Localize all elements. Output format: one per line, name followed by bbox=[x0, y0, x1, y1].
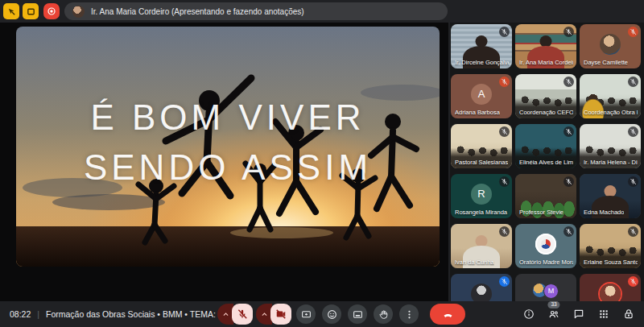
mic-off-icon bbox=[565, 228, 572, 235]
mic-off-badge bbox=[564, 27, 574, 37]
participant-tile[interactable]: Ir. Dircelne Gonçalves bbox=[451, 24, 512, 68]
mic-off-badge bbox=[499, 126, 510, 137]
participant-tile[interactable]: Coordenação CEFOP bbox=[515, 74, 576, 118]
reactions-button[interactable] bbox=[322, 304, 341, 324]
participant-name: Professor Stevie bbox=[519, 209, 564, 216]
whiteboard-button[interactable] bbox=[23, 3, 39, 19]
mic-off-icon bbox=[565, 28, 572, 35]
mic-off-icon bbox=[565, 128, 572, 135]
participant-tile[interactable]: Professor Stevie bbox=[515, 174, 576, 218]
present-screen-button[interactable] bbox=[296, 304, 316, 324]
clock-time: 08:22 bbox=[10, 309, 31, 319]
raise-hand-button[interactable] bbox=[374, 304, 393, 324]
participant-letter-avatar: A bbox=[471, 84, 492, 105]
more-people-tile[interactable]: M Mais 15 pessoas bbox=[515, 274, 576, 301]
captions-button[interactable] bbox=[348, 304, 367, 324]
participant-name: Elinéia Alves de Lima P... bbox=[519, 159, 573, 166]
more-options-button[interactable] bbox=[399, 304, 419, 324]
mic-off-badge bbox=[499, 77, 510, 87]
participant-tile[interactable]: A Adriana Barbosa bbox=[451, 74, 512, 118]
activities-button[interactable] bbox=[595, 305, 613, 323]
annotation-pointer-button[interactable] bbox=[3, 3, 19, 19]
host-controls-button[interactable] bbox=[620, 305, 638, 323]
mic-off-icon bbox=[501, 178, 508, 185]
mic-off-button[interactable] bbox=[232, 304, 253, 325]
sunset-beach-artwork bbox=[16, 27, 440, 267]
board-icon bbox=[27, 7, 35, 16]
participant-name: Dayse Camilette bbox=[584, 59, 628, 66]
more-people-content: M Mais 15 pessoas bbox=[515, 274, 576, 301]
participant-name: Coordenação Obra Pr... bbox=[584, 109, 638, 116]
slide-text-line2: SENDO ASSIM bbox=[16, 147, 440, 188]
mic-off-icon bbox=[501, 28, 508, 35]
mic-off-icon bbox=[630, 178, 637, 185]
mic-off-badge bbox=[628, 276, 638, 287]
mic-off-badge bbox=[564, 77, 574, 87]
present-screen-icon bbox=[301, 309, 312, 320]
mic-off-badge bbox=[628, 77, 638, 87]
participant-tile[interactable]: Ivan da Cunha bbox=[451, 224, 512, 268]
participant-letter-avatar: M bbox=[543, 284, 559, 299]
meta-divider: | bbox=[37, 309, 39, 319]
mic-off-badge bbox=[564, 126, 574, 137]
mic-off-badge bbox=[628, 126, 638, 137]
meet-window: Ir. Ana Maria Cordeiro (Apresentando e f… bbox=[0, 0, 644, 327]
mic-off-badge bbox=[628, 27, 638, 37]
more-vertical-icon bbox=[404, 309, 415, 320]
participant-tile[interactable]: Edna Machado bbox=[580, 174, 641, 218]
pointer-icon bbox=[7, 7, 16, 16]
participant-tile[interactable]: Erlaine Souza Santos bbox=[580, 224, 641, 268]
presenter-banner[interactable]: Ir. Ana Maria Cordeiro (Apresentando e f… bbox=[64, 2, 448, 20]
bottom-bar: 08:22 | Formação das Obras Sociais • BMM… bbox=[0, 301, 644, 327]
presented-slide[interactable]: É BOM VIVER SENDO ASSIM bbox=[16, 27, 440, 267]
participant-name: Ir. Maria Helena - Diret... bbox=[584, 159, 638, 166]
participant-name: Ir. Dircelne Gonçalves bbox=[455, 59, 509, 66]
mic-off-badge bbox=[499, 176, 510, 187]
chat-icon bbox=[573, 308, 584, 320]
participant-tile[interactable]: Gabriel Lelis bbox=[451, 274, 512, 301]
chevron-up-icon bbox=[222, 311, 229, 318]
participant-tile[interactable]: Elinéia Alves de Lima P... bbox=[515, 124, 576, 168]
mic-off-icon bbox=[565, 78, 572, 85]
chat-panel-button[interactable] bbox=[570, 305, 588, 323]
participant-tile[interactable]: Pastoral Salesianas bbox=[451, 124, 512, 168]
participant-tile[interactable]: Oratório Madre Moran... bbox=[515, 224, 576, 268]
participant-photo-avatar bbox=[600, 284, 621, 301]
meeting-name: Formação das Obras Sociais • BMM • TEMA:… bbox=[46, 309, 237, 319]
top-bar: Ir. Ana Maria Cordeiro (Apresentando e f… bbox=[0, 0, 644, 23]
mic-off-icon bbox=[501, 128, 508, 135]
stacked-avatars: M bbox=[533, 284, 559, 299]
participant-photo-avatar bbox=[600, 34, 621, 55]
participant-tile[interactable]: Ir. Maria Helena - Diret... bbox=[580, 124, 641, 168]
lock-icon bbox=[623, 308, 634, 320]
recording-indicator-button[interactable] bbox=[43, 3, 60, 19]
mic-off-icon bbox=[630, 278, 637, 285]
mic-off-icon bbox=[565, 178, 572, 185]
mic-options-button[interactable] bbox=[217, 304, 233, 325]
participant-tile[interactable]: Dayse Camilette bbox=[580, 24, 641, 68]
hand-icon bbox=[378, 309, 389, 320]
call-controls bbox=[217, 304, 465, 325]
mic-off-icon bbox=[501, 228, 508, 235]
participant-name: Ir. Ana Maria Cordeiro bbox=[519, 59, 573, 66]
meeting-meta: 08:22 | Formação das Obras Sociais • BMM… bbox=[10, 301, 237, 327]
camera-off-button[interactable] bbox=[270, 304, 291, 325]
people-icon bbox=[548, 308, 559, 320]
end-call-button[interactable] bbox=[430, 304, 465, 325]
participant-letter-avatar: R bbox=[471, 184, 492, 205]
participants-grid: Ir. Dircelne Gonçalves Ir. Ana Maria Cor… bbox=[450, 23, 644, 301]
mic-off-icon bbox=[501, 278, 508, 285]
participant-tile[interactable]: Ir. Ana Maria Cordeiro bbox=[515, 24, 576, 68]
activities-grid-icon bbox=[598, 308, 609, 320]
mic-off-icon bbox=[501, 78, 508, 85]
participant-tile[interactable]: Coordenação Obra Pr... bbox=[580, 74, 641, 118]
people-panel-button[interactable]: 33 bbox=[545, 305, 563, 323]
participant-tile[interactable]: Cicero Soares bbox=[580, 274, 641, 301]
camera-control-group bbox=[256, 304, 291, 325]
panel-controls: 33 bbox=[520, 304, 638, 325]
camera-options-button[interactable] bbox=[256, 304, 272, 325]
meeting-details-button[interactable] bbox=[520, 305, 538, 323]
participant-tile[interactable]: R Rosangela Miranda Sa... bbox=[451, 174, 512, 218]
participant-photo-avatar bbox=[471, 284, 492, 301]
participants-count-badge: 33 bbox=[547, 301, 559, 308]
